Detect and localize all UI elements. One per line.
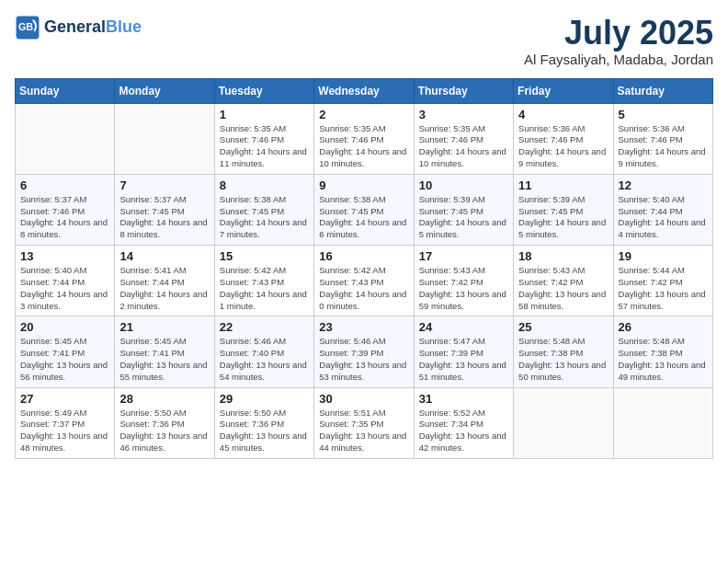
day-detail: Sunrise: 5:38 AM Sunset: 7:45 PM Dayligh…	[220, 194, 309, 241]
calendar-cell: 14Sunrise: 5:41 AM Sunset: 7:44 PM Dayli…	[115, 246, 214, 316]
calendar-cell: 27Sunrise: 5:49 AM Sunset: 7:37 PM Dayli…	[16, 387, 115, 458]
weekday-header-cell: Friday	[514, 78, 613, 103]
calendar-cell: 21Sunrise: 5:45 AM Sunset: 7:41 PM Dayli…	[115, 316, 214, 387]
calendar-cell: 22Sunrise: 5:46 AM Sunset: 7:40 PM Dayli…	[214, 316, 313, 387]
day-number: 18	[518, 249, 608, 263]
day-number: 16	[319, 249, 408, 263]
month-title: July 2025	[524, 15, 713, 52]
calendar-cell: 12Sunrise: 5:40 AM Sunset: 7:44 PM Dayli…	[613, 174, 712, 245]
day-detail: Sunrise: 5:40 AM Sunset: 7:44 PM Dayligh…	[20, 265, 109, 312]
day-number: 24	[419, 320, 508, 334]
calendar-cell: 17Sunrise: 5:43 AM Sunset: 7:42 PM Dayli…	[414, 246, 513, 316]
calendar-cell: 6Sunrise: 5:37 AM Sunset: 7:46 PM Daylig…	[16, 174, 115, 245]
calendar-cell: 29Sunrise: 5:50 AM Sunset: 7:36 PM Dayli…	[214, 387, 313, 458]
day-detail: Sunrise: 5:45 AM Sunset: 7:41 PM Dayligh…	[20, 336, 109, 383]
day-number: 29	[220, 392, 309, 406]
weekday-header-cell: Monday	[115, 78, 214, 103]
day-detail: Sunrise: 5:43 AM Sunset: 7:42 PM Dayligh…	[419, 265, 508, 312]
calendar-week-row: 20Sunrise: 5:45 AM Sunset: 7:41 PM Dayli…	[16, 316, 713, 387]
weekday-header-row: SundayMondayTuesdayWednesdayThursdayFrid…	[16, 78, 713, 103]
calendar-cell: 18Sunrise: 5:43 AM Sunset: 7:42 PM Dayli…	[514, 246, 613, 316]
day-detail: Sunrise: 5:50 AM Sunset: 7:36 PM Dayligh…	[220, 408, 309, 454]
day-detail: Sunrise: 5:45 AM Sunset: 7:41 PM Dayligh…	[119, 336, 209, 383]
day-number: 11	[518, 178, 608, 192]
day-detail: Sunrise: 5:38 AM Sunset: 7:45 PM Dayligh…	[319, 194, 408, 241]
day-detail: Sunrise: 5:42 AM Sunset: 7:43 PM Dayligh…	[220, 265, 309, 312]
logo: GB GeneralBlue	[15, 15, 142, 40]
calendar-week-row: 6Sunrise: 5:37 AM Sunset: 7:46 PM Daylig…	[16, 174, 713, 245]
location: Al Faysaliyah, Madaba, Jordan	[524, 52, 713, 67]
calendar-cell: 20Sunrise: 5:45 AM Sunset: 7:41 PM Dayli…	[16, 316, 115, 387]
calendar-cell: 5Sunrise: 5:36 AM Sunset: 7:46 PM Daylig…	[613, 103, 712, 174]
day-detail: Sunrise: 5:35 AM Sunset: 7:46 PM Dayligh…	[419, 123, 508, 170]
day-number: 9	[319, 178, 408, 192]
calendar-cell: 11Sunrise: 5:39 AM Sunset: 7:45 PM Dayli…	[514, 174, 613, 245]
svg-text:GB: GB	[18, 21, 33, 32]
day-number: 31	[419, 392, 508, 406]
calendar-cell: 3Sunrise: 5:35 AM Sunset: 7:46 PM Daylig…	[414, 103, 513, 174]
calendar-cell: 23Sunrise: 5:46 AM Sunset: 7:39 PM Dayli…	[314, 316, 414, 387]
day-detail: Sunrise: 5:48 AM Sunset: 7:38 PM Dayligh…	[518, 336, 608, 383]
calendar-body: 1Sunrise: 5:35 AM Sunset: 7:46 PM Daylig…	[16, 103, 713, 458]
day-number: 27	[20, 392, 109, 406]
day-detail: Sunrise: 5:39 AM Sunset: 7:45 PM Dayligh…	[518, 194, 608, 241]
day-number: 3	[419, 108, 508, 121]
calendar-cell	[514, 387, 613, 458]
day-detail: Sunrise: 5:52 AM Sunset: 7:34 PM Dayligh…	[419, 408, 508, 454]
calendar-cell: 16Sunrise: 5:42 AM Sunset: 7:43 PM Dayli…	[314, 246, 414, 316]
day-number: 14	[119, 249, 209, 263]
day-number: 2	[319, 108, 408, 121]
calendar-week-row: 13Sunrise: 5:40 AM Sunset: 7:44 PM Dayli…	[16, 246, 713, 316]
calendar-cell	[16, 103, 115, 174]
day-detail: Sunrise: 5:37 AM Sunset: 7:46 PM Dayligh…	[20, 194, 109, 241]
day-number: 21	[119, 320, 209, 334]
calendar-cell: 4Sunrise: 5:36 AM Sunset: 7:46 PM Daylig…	[514, 103, 613, 174]
day-number: 30	[319, 392, 408, 406]
day-number: 25	[518, 320, 608, 334]
logo-text: GeneralBlue	[44, 18, 142, 37]
day-detail: Sunrise: 5:35 AM Sunset: 7:46 PM Dayligh…	[220, 123, 309, 170]
day-number: 28	[119, 392, 209, 406]
day-number: 10	[419, 178, 508, 192]
page-header: GB GeneralBlue July 2025 Al Faysaliyah, …	[15, 15, 713, 67]
day-number: 13	[20, 249, 109, 263]
day-number: 20	[20, 320, 109, 334]
day-detail: Sunrise: 5:40 AM Sunset: 7:44 PM Dayligh…	[619, 194, 708, 241]
day-detail: Sunrise: 5:37 AM Sunset: 7:45 PM Dayligh…	[119, 194, 209, 241]
day-number: 17	[419, 249, 508, 263]
calendar-table: SundayMondayTuesdayWednesdayThursdayFrid…	[15, 78, 713, 459]
day-detail: Sunrise: 5:42 AM Sunset: 7:43 PM Dayligh…	[319, 265, 408, 312]
calendar-cell: 24Sunrise: 5:47 AM Sunset: 7:39 PM Dayli…	[414, 316, 513, 387]
day-detail: Sunrise: 5:47 AM Sunset: 7:39 PM Dayligh…	[419, 336, 508, 383]
day-number: 23	[319, 320, 408, 334]
day-number: 8	[220, 178, 309, 192]
weekday-header-cell: Sunday	[16, 78, 115, 103]
day-number: 1	[220, 108, 309, 121]
day-number: 22	[220, 320, 309, 334]
day-detail: Sunrise: 5:50 AM Sunset: 7:36 PM Dayligh…	[119, 408, 209, 454]
logo-icon: GB	[15, 15, 40, 40]
day-detail: Sunrise: 5:35 AM Sunset: 7:46 PM Dayligh…	[319, 123, 408, 170]
calendar-cell: 13Sunrise: 5:40 AM Sunset: 7:44 PM Dayli…	[16, 246, 115, 316]
calendar-cell: 26Sunrise: 5:48 AM Sunset: 7:38 PM Dayli…	[613, 316, 712, 387]
day-detail: Sunrise: 5:46 AM Sunset: 7:40 PM Dayligh…	[220, 336, 309, 383]
calendar-cell: 25Sunrise: 5:48 AM Sunset: 7:38 PM Dayli…	[514, 316, 613, 387]
day-detail: Sunrise: 5:36 AM Sunset: 7:46 PM Dayligh…	[619, 123, 708, 170]
calendar-cell: 19Sunrise: 5:44 AM Sunset: 7:42 PM Dayli…	[613, 246, 712, 316]
calendar-cell: 10Sunrise: 5:39 AM Sunset: 7:45 PM Dayli…	[414, 174, 513, 245]
weekday-header-cell: Thursday	[414, 78, 513, 103]
day-detail: Sunrise: 5:48 AM Sunset: 7:38 PM Dayligh…	[619, 336, 708, 383]
day-number: 19	[619, 249, 708, 263]
calendar-cell: 9Sunrise: 5:38 AM Sunset: 7:45 PM Daylig…	[314, 174, 414, 245]
day-number: 15	[220, 249, 309, 263]
day-detail: Sunrise: 5:43 AM Sunset: 7:42 PM Dayligh…	[518, 265, 608, 312]
day-number: 4	[518, 108, 608, 121]
day-number: 5	[619, 108, 708, 121]
day-detail: Sunrise: 5:44 AM Sunset: 7:42 PM Dayligh…	[619, 265, 708, 312]
day-number: 7	[119, 178, 209, 192]
calendar-cell: 15Sunrise: 5:42 AM Sunset: 7:43 PM Dayli…	[214, 246, 313, 316]
calendar-cell: 30Sunrise: 5:51 AM Sunset: 7:35 PM Dayli…	[314, 387, 414, 458]
day-detail: Sunrise: 5:46 AM Sunset: 7:39 PM Dayligh…	[319, 336, 408, 383]
weekday-header-cell: Tuesday	[214, 78, 313, 103]
day-detail: Sunrise: 5:36 AM Sunset: 7:46 PM Dayligh…	[518, 123, 608, 170]
